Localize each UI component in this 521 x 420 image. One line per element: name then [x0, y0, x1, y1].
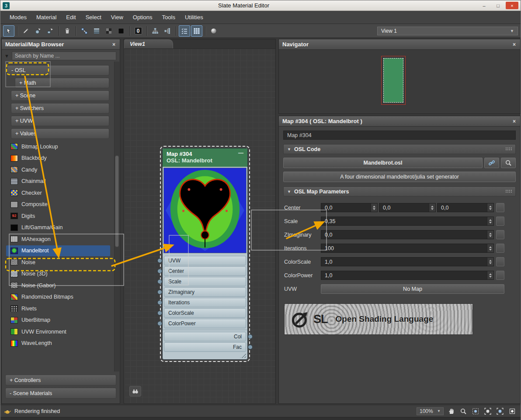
view1-tab[interactable]: View1: [124, 39, 173, 48]
node-input-scale[interactable]: Scale: [164, 277, 246, 286]
tree-item-lift-gamma-gain[interactable]: Lift/Gamma/Gain: [6, 222, 110, 233]
map-slot-button[interactable]: [496, 230, 504, 239]
select-tool-button[interactable]: [3, 25, 14, 37]
tree-item-bitmap-lookup[interactable]: Bitmap Lookup: [6, 141, 110, 152]
tree-group-values[interactable]: + Values: [11, 128, 109, 139]
mandelbrot-node[interactable]: Map #304 OSL: Mandelbrot —: [160, 146, 250, 362]
move-children-button[interactable]: [79, 25, 90, 37]
node-minimize-icon[interactable]: —: [238, 150, 243, 156]
tree-item-uvw-environment[interactable]: UVW Environment: [6, 326, 110, 337]
tree-item-mahexagon[interactable]: MAhexagon: [6, 234, 110, 244]
node-input-iterations[interactable]: Iterations: [164, 298, 246, 307]
param-field-scale[interactable]: 0,35: [321, 217, 494, 226]
map-name-field[interactable]: Map #304: [283, 131, 516, 140]
zoom-extents-selected-button[interactable]: [495, 407, 505, 416]
spinner-control[interactable]: [429, 203, 435, 212]
node-input-center[interactable]: Center: [164, 266, 246, 276]
tree-item-noise[interactable]: Noise: [6, 257, 110, 268]
tree-item-composite[interactable]: Composite: [6, 199, 110, 210]
param-field-center[interactable]: 0,0: [321, 203, 378, 212]
menu-item-select[interactable]: Select: [81, 12, 106, 22]
pick-material-button[interactable]: [20, 25, 31, 37]
tree-item-chainmail[interactable]: Chainmail: [6, 176, 110, 187]
zoom-region-button[interactable]: [471, 407, 480, 416]
menu-item-view[interactable]: View: [106, 12, 128, 22]
spinner-control[interactable]: [487, 203, 493, 212]
show-end-result-button[interactable]: 0: [132, 25, 144, 37]
node-output-fac[interactable]: Fac: [164, 342, 246, 352]
spinner-control[interactable]: [487, 244, 493, 252]
layout-children-button[interactable]: [162, 25, 173, 37]
tree-group-scene[interactable]: + Scene: [11, 90, 109, 101]
map-slot-button[interactable]: [496, 244, 504, 253]
spinner-control[interactable]: [371, 203, 377, 212]
param-field-center[interactable]: 0,0: [379, 203, 436, 212]
browser-scrollbar-track[interactable]: [114, 62, 119, 372]
tree-group-scene-materials[interactable]: - Scene Materials: [5, 388, 116, 399]
navigator-panel-header[interactable]: Navigator ×: [279, 39, 520, 50]
osl-open-in-editor-button[interactable]: [484, 158, 499, 168]
osl-file-button[interactable]: Mandelbrot.osl: [283, 158, 483, 168]
osl-map-parameters-rollout-header[interactable]: ▼ OSL Map Parameters: [283, 186, 516, 196]
find-node-button[interactable]: [129, 386, 141, 396]
tree-group-uvw[interactable]: + UVW: [11, 116, 109, 126]
tree-group-switchers[interactable]: + Switchers: [11, 103, 109, 114]
spinner-control[interactable]: [487, 231, 493, 239]
param-field-colorpower[interactable]: 1,0: [321, 271, 494, 280]
pan-to-selected-button[interactable]: [507, 407, 517, 416]
tree-item-randomized-bitmaps[interactable]: Randomized Bitmaps: [6, 292, 110, 303]
param-field-iterations[interactable]: 100: [321, 244, 494, 253]
show-grid-button[interactable]: [191, 25, 202, 37]
node-input-zimaginary[interactable]: ZImaginary: [164, 287, 246, 297]
layout-all-vertical-button[interactable]: [149, 25, 161, 37]
osl-code-rollout-header[interactable]: ▼ OSL Code: [283, 144, 516, 154]
tree-group-controllers[interactable]: + Controllers: [5, 375, 116, 386]
pick-from-library-button[interactable]: [45, 25, 56, 37]
search-input[interactable]: [12, 52, 116, 60]
node-input-uvw[interactable]: UVW: [164, 256, 246, 265]
menu-item-modes[interactable]: Modes: [5, 12, 31, 22]
tree-item-mandelbrot[interactable]: Mandelbrot: [6, 245, 110, 256]
navigator-canvas[interactable]: [279, 50, 520, 114]
browser-close-icon[interactable]: ×: [111, 41, 116, 48]
maximize-button[interactable]: □: [492, 2, 504, 9]
param-field-center[interactable]: 0,0: [437, 203, 494, 212]
spinner-control[interactable]: [487, 217, 493, 225]
spinner-control[interactable]: [487, 258, 493, 266]
minimize-button[interactable]: –: [478, 2, 490, 9]
tree-group-osl[interactable]: - OSL: [7, 65, 109, 76]
close-button[interactable]: ×: [506, 2, 518, 9]
browser-panel-header[interactable]: Material/Map Browser ×: [2, 39, 120, 50]
tree-item-blackbody[interactable]: Blackbody: [6, 153, 110, 164]
delete-selected-button[interactable]: [62, 25, 73, 37]
tree-group-math[interactable]: + Math: [15, 78, 109, 88]
mandelbrot-preview-image[interactable]: [163, 168, 247, 253]
menu-item-tools[interactable]: Tools: [157, 12, 180, 22]
uvw-no-map-button[interactable]: No Map: [321, 284, 504, 294]
tree-item-rivets[interactable]: Rivets: [6, 303, 110, 314]
node-output-col[interactable]: Col: [164, 332, 246, 341]
show-background-button[interactable]: [115, 25, 127, 37]
search-filter-icon[interactable]: ▼: [4, 53, 9, 59]
map-slot-button[interactable]: [496, 257, 504, 266]
node-input-colorpower[interactable]: ColorPower: [164, 319, 246, 328]
map-slot-button[interactable]: [496, 203, 504, 212]
zoom-level-selector[interactable]: 100% ▼: [417, 407, 444, 415]
node-canvas[interactable]: Map #304 OSL: Mandelbrot —: [124, 49, 275, 403]
zoom-extents-button[interactable]: [483, 407, 493, 416]
params-panel-header[interactable]: Map #304 ( OSL: Mandelbrot ) ×: [279, 116, 520, 127]
pick-from-object-button[interactable]: [32, 25, 44, 37]
active-view-selector[interactable]: View 1 ▼: [377, 27, 518, 35]
tree-item-checker[interactable]: Checker: [6, 187, 110, 198]
menu-item-utilities[interactable]: Utilities: [180, 12, 208, 22]
menu-item-options[interactable]: Options: [128, 12, 157, 22]
params-close-icon[interactable]: ×: [512, 118, 517, 124]
param-field-colorscale[interactable]: 1,0: [321, 257, 494, 266]
tree-item-noise-3d[interactable]: Noise (3D): [6, 269, 110, 279]
tree-item-noise-gabor[interactable]: Noise (Gabor): [6, 280, 110, 291]
background-checker-toggle-button[interactable]: [103, 25, 115, 37]
tree-item-digits[interactable]: 92Digits: [6, 210, 110, 221]
map-slot-button[interactable]: [496, 217, 504, 226]
param-field-zimaginary[interactable]: 0,0: [321, 230, 494, 239]
osl-browse-button[interactable]: [501, 158, 516, 168]
